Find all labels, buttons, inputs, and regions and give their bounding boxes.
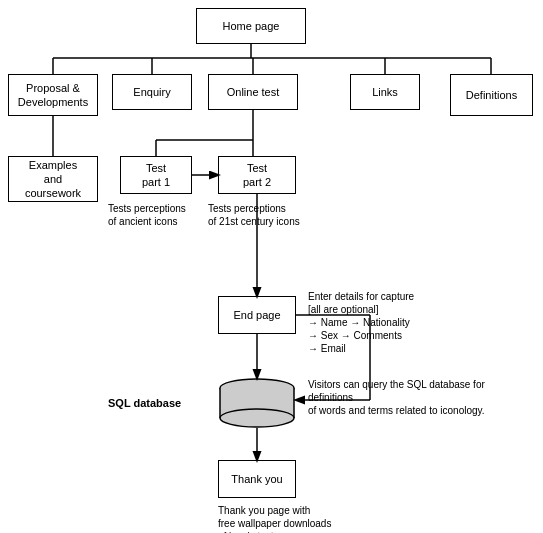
thank-you-box: Thank you xyxy=(218,460,296,498)
online-test-box: Online test xyxy=(208,74,298,110)
definitions-box: Definitions xyxy=(450,74,533,116)
enquiry-box: Enquiry xyxy=(112,74,192,110)
test-part2-box: Test part 2 xyxy=(218,156,296,194)
test-part2-desc: Tests perceptions of 21st century icons xyxy=(208,202,316,228)
thank-you-label: Thank you xyxy=(231,472,282,486)
examples-label: Examples and coursework xyxy=(25,158,81,201)
online-test-label: Online test xyxy=(227,85,280,99)
definitions-label: Definitions xyxy=(466,88,517,102)
homepage-label: Home page xyxy=(223,19,280,33)
end-page-label: End page xyxy=(233,308,280,322)
sql-desc: Visitors can query the SQL database for … xyxy=(308,378,523,417)
thank-you-desc: Thank you page with free wallpaper downl… xyxy=(218,504,418,533)
proposal-label: Proposal & Developments xyxy=(18,81,88,110)
homepage-box: Home page xyxy=(196,8,306,44)
test-part1-desc: Tests perceptions of ancient icons xyxy=(108,202,208,228)
end-page-box: End page xyxy=(218,296,296,334)
diagram: Home page Proposal & Developments Enquir… xyxy=(0,0,543,533)
examples-box: Examples and coursework xyxy=(8,156,98,202)
links-box: Links xyxy=(350,74,420,110)
svg-point-4 xyxy=(220,409,294,427)
test-part2-label: Test part 2 xyxy=(243,161,271,190)
test-part1-box: Test part 1 xyxy=(120,156,192,194)
links-label: Links xyxy=(372,85,398,99)
enquiry-label: Enquiry xyxy=(133,85,170,99)
sql-label: SQL database xyxy=(108,396,181,410)
sql-database-box xyxy=(218,378,296,428)
end-page-desc: Enter details for capture [all are optio… xyxy=(308,290,508,355)
test-part1-label: Test part 1 xyxy=(142,161,170,190)
proposal-box: Proposal & Developments xyxy=(8,74,98,116)
